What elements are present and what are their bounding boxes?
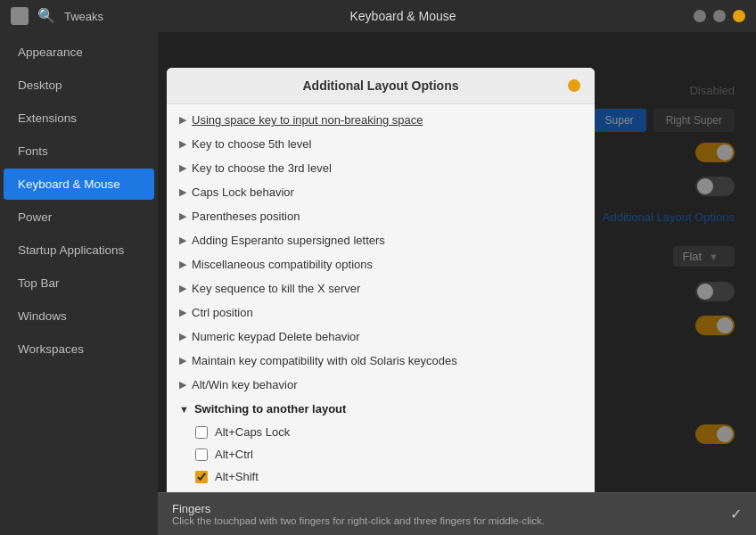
checkbox-label-alt-caps-lock: Alt+Caps Lock — [215, 425, 290, 439]
checkbox-label-alt-shift: Alt+Shift — [215, 470, 259, 483]
arrow-icon-7: ▶ — [179, 283, 186, 294]
arrow-icon-9: ▶ — [179, 331, 186, 342]
modal-item-label-4: Parentheses position — [192, 210, 300, 223]
switching-section-header: ▼ Switching to another layout — [167, 397, 595, 421]
modal-item-label-5: Adding Esperanto supersigned letters — [192, 234, 385, 247]
app-name: Tweaks — [64, 10, 103, 23]
checkbox-alt-shift[interactable]: Alt+Shift — [167, 465, 595, 488]
modal-body: ▶ Using space key to input non-breaking … — [167, 104, 595, 535]
arrow-icon-10: ▶ — [179, 355, 186, 366]
bottom-bar-title: Fingers — [172, 502, 730, 515]
sidebar-item-startup-applications[interactable]: Startup Applications — [4, 235, 154, 266]
sidebar-item-appearance[interactable]: Appearance — [4, 37, 154, 68]
checkbox-input-alt-caps-lock[interactable] — [195, 426, 208, 439]
sidebar-item-fonts[interactable]: Fonts — [4, 136, 154, 167]
modal-item-label-9: Numeric keypad Delete behavior — [192, 330, 360, 343]
section-label: Switching to another layout — [194, 402, 346, 416]
modal-item-numpad-delete[interactable]: ▶ Numeric keypad Delete behavior — [167, 325, 595, 349]
arrow-icon-0: ▶ — [179, 114, 186, 126]
checkbox-alt-caps-lock[interactable]: Alt+Caps Lock — [167, 421, 595, 443]
modal-item-label-6: Miscellaneous compatibility options — [192, 258, 373, 271]
main-layout: Appearance Desktop Extensions Fonts Keyb… — [0, 32, 756, 535]
sidebar-item-windows[interactable]: Windows — [4, 300, 154, 332]
app-icon — [11, 7, 29, 25]
bottom-tooltip-bar: Fingers Click the touchpad with two fing… — [158, 492, 756, 535]
search-icon[interactable]: 🔍 — [37, 7, 55, 25]
sidebar-item-extensions[interactable]: Extensions — [4, 103, 154, 134]
modal-item-label-7: Key sequence to kill the X server — [192, 282, 360, 295]
section-arrow-icon: ▼ — [179, 404, 189, 415]
arrow-icon-3: ▶ — [179, 186, 186, 198]
sidebar-item-desktop[interactable]: Desktop — [4, 70, 154, 101]
additional-layout-modal: Additional Layout Options ▶ Using space … — [167, 68, 595, 535]
modal-item-3rd-level[interactable]: ▶ Key to choose the 3rd level — [167, 156, 595, 180]
modal-close-dot[interactable] — [568, 79, 580, 92]
content-area: Disabled Super Right Super Additional La… — [158, 32, 756, 535]
modal-item-label-11: Alt/Win key behavior — [192, 378, 298, 391]
modal-item-ctrl-position[interactable]: ▶ Ctrl position — [167, 300, 595, 325]
arrow-icon-11: ▶ — [179, 379, 186, 391]
window-title: Keyboard & Mouse — [112, 9, 694, 23]
arrow-icon-5: ▶ — [179, 235, 186, 246]
bottom-bar-text-container: Fingers Click the touchpad with two fing… — [172, 502, 730, 526]
modal-item-misc-compat[interactable]: ▶ Miscellaneous compatibility options — [167, 252, 595, 276]
check-icon: ✓ — [730, 506, 742, 523]
modal-item-label-10: Maintain key compatibility with old Sola… — [192, 354, 457, 367]
checkbox-input-alt-ctrl[interactable] — [195, 449, 208, 461]
arrow-icon-4: ▶ — [179, 210, 186, 222]
maximize-button[interactable] — [713, 10, 726, 22]
bottom-bar-subtitle: Click the touchpad with two fingers for … — [172, 515, 730, 526]
modal-title: Additional Layout Options — [193, 78, 568, 93]
sidebar-item-keyboard-mouse[interactable]: Keyboard & Mouse — [4, 169, 154, 200]
modal-overlay: Additional Layout Options ▶ Using space … — [158, 32, 756, 535]
close-button[interactable] — [733, 10, 745, 22]
modal-item-key-seq-kill[interactable]: ▶ Key sequence to kill the X server — [167, 276, 595, 300]
arrow-icon-1: ▶ — [179, 138, 186, 150]
modal-item-5th-level[interactable]: ▶ Key to choose 5th level — [167, 132, 595, 156]
modal-item-space-key[interactable]: ▶ Using space key to input non-breaking … — [167, 108, 595, 132]
checkbox-alt-ctrl[interactable]: Alt+Ctrl — [167, 443, 595, 465]
arrow-icon-8: ▶ — [179, 307, 186, 318]
arrow-icon-6: ▶ — [179, 259, 186, 270]
sidebar-item-top-bar[interactable]: Top Bar — [4, 268, 154, 299]
minimize-button[interactable] — [694, 10, 706, 22]
checkbox-input-alt-shift[interactable] — [195, 471, 208, 483]
modal-header: Additional Layout Options — [167, 68, 595, 104]
arrow-icon-2: ▶ — [179, 162, 186, 174]
sidebar: Appearance Desktop Extensions Fonts Keyb… — [0, 32, 158, 535]
sidebar-item-power[interactable]: Power — [4, 202, 154, 233]
modal-item-solaris[interactable]: ▶ Maintain key compatibility with old So… — [167, 349, 595, 373]
checkbox-label-alt-ctrl: Alt+Ctrl — [215, 448, 253, 461]
sidebar-item-workspaces[interactable]: Workspaces — [4, 333, 154, 365]
modal-item-label-8: Ctrl position — [192, 306, 253, 319]
modal-item-label-3: Caps Lock behavior — [192, 185, 294, 199]
window-controls — [694, 10, 745, 22]
modal-item-esperanto[interactable]: ▶ Adding Esperanto supersigned letters — [167, 228, 595, 252]
modal-item-caps-lock[interactable]: ▶ Caps Lock behavior — [167, 180, 595, 204]
modal-item-alt-win[interactable]: ▶ Alt/Win key behavior — [167, 373, 595, 397]
modal-item-label-2: Key to choose the 3rd level — [192, 161, 332, 175]
modal-item-label-0: Using space key to input non-breaking sp… — [192, 113, 423, 127]
modal-item-parentheses[interactable]: ▶ Parentheses position — [167, 204, 595, 228]
titlebar: 🔍 Tweaks Keyboard & Mouse — [0, 0, 756, 32]
modal-item-label-1: Key to choose 5th level — [192, 137, 311, 151]
